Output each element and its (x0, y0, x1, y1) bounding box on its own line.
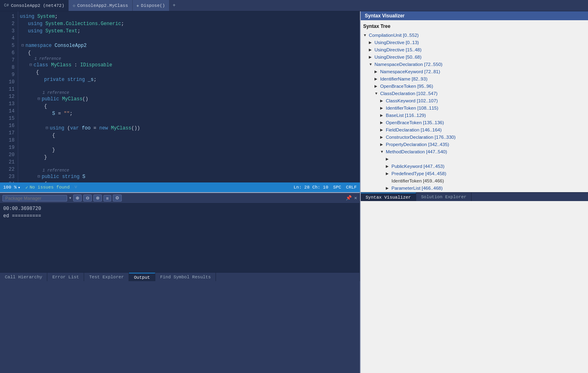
zoom-control[interactable]: 100 % ▾ (3, 185, 21, 190)
tab-method[interactable]: ◈ Dispose() (133, 0, 169, 11)
toolbar-btn-5[interactable]: ⚙ (113, 195, 122, 201)
bottom-section-tab-1[interactable]: Error List (47, 273, 84, 281)
bottom-section-tab-0[interactable]: Call Hierarchy (0, 273, 47, 281)
line-number-16: 16 (3, 122, 15, 129)
tree-node-n19[interactable]: ▶PublicKeyword [447..453) (363, 163, 586, 170)
pin-icon[interactable]: 📌 (346, 195, 352, 201)
line-number-24: 24 (3, 180, 15, 182)
main-area: 1234567891011121314151617181920212223242… (0, 11, 588, 192)
line-number-6: 6 (3, 49, 15, 57)
code-panel: 1234567891011121314151617181920212223242… (0, 11, 360, 192)
line-number-17: 17 (3, 129, 15, 137)
code-line-20 (20, 161, 360, 168)
token-kw: public (42, 95, 59, 103)
line-numbers: 1234567891011121314151617181920212223242… (0, 11, 18, 182)
line-ending-label: CRLF (346, 185, 357, 190)
tree-node-text-n3: UsingDirective [15..48) (374, 47, 421, 52)
tree-node-n13[interactable]: ▶OpenBraceToken [135..136) (363, 119, 586, 126)
token-punct (85, 76, 88, 83)
tree-node-n5[interactable]: ▼NamespaceDeclaration [72..550) (363, 61, 586, 68)
code-line-4 (20, 35, 360, 42)
token-punct (79, 125, 82, 132)
token-punct: } (52, 146, 55, 154)
tree-node-n16[interactable]: ▶PropertyDeclaration [342..435) (363, 141, 586, 148)
tree-node-n14[interactable]: ▶FieldDeclaration [146..164) (363, 126, 586, 134)
right-bottom-tab-1[interactable]: Solution Explorer (416, 193, 472, 201)
token-punct (64, 76, 67, 83)
token-punct: ; (70, 110, 72, 117)
tree-arrow-n11: ▶ (380, 106, 386, 110)
zoom-dropdown-icon[interactable]: ▾ (18, 185, 21, 190)
tree-arrow-n5: ▼ (369, 62, 374, 66)
line-number-5: 5 (3, 42, 15, 49)
collapse-btn-15[interactable]: ⊟ (44, 125, 50, 131)
line-number-8: 8 (3, 64, 15, 71)
ref-label-7: 1 reference (34, 57, 360, 61)
line-number-21: 21 (3, 159, 15, 166)
top-tab-bar: C# ConsoleApp2 (net472) ◇ ConsoleApp2.My… (0, 0, 588, 11)
tree-node-text-n2: UsingDirective [0..13) (374, 40, 419, 45)
tree-node-n15[interactable]: ▶ConstructorDeclaration [176..330) (363, 134, 586, 141)
tree-node-n17[interactable]: ▼MethodDeclaration [447..540) (363, 148, 586, 155)
code-area[interactable]: using System;using System.Collections.Ge… (18, 11, 360, 182)
tree-node-n4[interactable]: ▶UsingDirective [50..68) (363, 53, 586, 61)
bottom-section-tab-2[interactable]: Test Explorer (84, 273, 129, 281)
toolbar-btn-1[interactable]: ⊕ (73, 195, 82, 201)
tree-node-text-n16: PropertyDeclaration [342..435) (386, 142, 449, 147)
collapse-btn-5[interactable]: ⊟ (20, 43, 25, 49)
right-bottom-tabs: Syntax VisualizerSolution Explorer (361, 192, 588, 201)
package-manager-input[interactable] (2, 195, 67, 201)
code-line-19: } (20, 154, 360, 161)
bottom-content: 00:00.3698720ed ========== (0, 203, 360, 272)
code-line-18: } (20, 146, 360, 154)
tree-arrow-n16: ▶ (380, 142, 386, 146)
tree-node-n6[interactable]: ▶NamespaceKeyword [72..81) (363, 68, 586, 75)
token-punct (59, 95, 62, 103)
bottom-section-tab-4[interactable]: Find Symbol Results (155, 273, 216, 281)
tree-node-n10[interactable]: ▶ClassKeyword [102..107) (363, 97, 586, 104)
tab-file[interactable]: C# ConsoleApp2 (net472) (0, 0, 69, 11)
add-tab-button[interactable]: + (169, 0, 179, 11)
status-issues: ✓ No issues found (25, 185, 70, 190)
bottom-close-controls: 📌 ✕ (346, 195, 357, 201)
ref-label-21: 1 reference (42, 168, 360, 173)
right-bottom-tab-0[interactable]: Syntax Visualizer (361, 193, 416, 201)
tree-node-n2[interactable]: ▶UsingDirective [0..13) (363, 39, 586, 46)
tree-node-n9[interactable]: ▼ClassDeclaration [102..547) (363, 90, 586, 97)
token-kw: class (34, 61, 48, 69)
collapse-btn-7[interactable]: ⊟ (28, 62, 34, 68)
tab-class[interactable]: ◇ ConsoleApp2.MyClass (69, 0, 132, 11)
toolbar-btn-2[interactable]: ⊖ (83, 195, 92, 201)
tree-node-n21[interactable]: IdentifierToken [459..466) (363, 177, 586, 184)
toolbar-btn-3[interactable]: ⊗ (93, 195, 102, 201)
git-icon: ⑂ (74, 185, 77, 190)
code-line-10 (20, 83, 360, 91)
token-kw: public (42, 173, 59, 180)
tree-node-text-n20: PredefinedType [454..458) (391, 171, 446, 176)
token-kw: using (20, 13, 34, 20)
collapse-btn-21[interactable]: ⊟ (36, 174, 42, 180)
tree-node-n11[interactable]: ▶IdentifierToken [108..115) (363, 104, 586, 112)
tree-node-n7[interactable]: ▶IdentifierName [82..93) (363, 75, 586, 83)
tree-arrow-n9: ▼ (374, 91, 380, 95)
tree-node-n20[interactable]: ▶PredefinedType [454..458) (363, 170, 586, 177)
close-icon[interactable]: ✕ (354, 195, 357, 201)
tree-node-n18[interactable]: ▶ (363, 155, 586, 163)
bottom-content-line-1: ed ========== (3, 212, 356, 220)
bottom-section-tab-3[interactable]: Output (129, 273, 155, 281)
tree-node-n1[interactable]: ▼CompilationUnit [0..552) (363, 32, 586, 39)
csharp-icon: C# (4, 3, 9, 8)
token-type: System.Collections.Generic (45, 20, 121, 28)
toolbar-btn-4[interactable]: ≡ (104, 195, 111, 201)
tree-node-n8[interactable]: ▶OpenBraceToken [95..96) (363, 83, 586, 90)
tree-node-n3[interactable]: ▶UsingDirective [15..48) (363, 46, 586, 53)
tab-file-label: ConsoleApp2 (net472) (11, 3, 64, 8)
bottom-toolbar: ▾ ⊕ ⊖ ⊗ ≡ ⚙ 📌 ✕ (0, 193, 360, 203)
code-content[interactable]: 1234567891011121314151617181920212223242… (0, 11, 360, 182)
line-number-7: 7 (3, 57, 15, 64)
tree-node-text-n4: UsingDirective [50..68) (374, 55, 421, 59)
method-icon: ◈ (137, 3, 139, 8)
tree-node-n12[interactable]: ▶BaseList [116..129) (363, 112, 586, 119)
tree-node-n22[interactable]: ▶ParameterList [466..468) (363, 184, 586, 192)
collapse-btn-11[interactable]: ⊟ (36, 96, 42, 102)
